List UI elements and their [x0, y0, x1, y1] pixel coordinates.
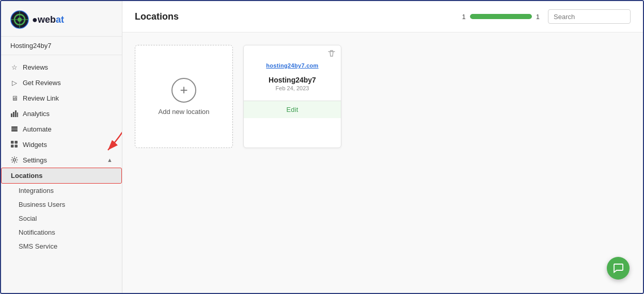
sidebar-item-business-users[interactable]: Business Users	[1, 198, 122, 211]
sidebar-item-automate[interactable]: Automate	[1, 121, 122, 137]
sidebar-account-name: Hosting24by7	[1, 37, 122, 55]
sidebar-item-integrations[interactable]: Integrations	[1, 184, 122, 198]
location-logo-area: hosting24by7.com	[244, 59, 341, 74]
sidebar-item-label: Review Link	[23, 94, 59, 102]
sidebar-logo: ●webat	[1, 1, 122, 37]
search-box	[548, 9, 631, 24]
progress-left-num: 1	[462, 13, 466, 21]
sidebar-sub-item-label: Social	[19, 215, 37, 222]
sidebar-item-social[interactable]: Social	[1, 211, 122, 225]
star-icon: ☆	[10, 63, 19, 71]
edit-location-button[interactable]: Edit	[244, 101, 341, 118]
add-location-label: Add new location	[158, 108, 209, 116]
progress-bar-fill	[470, 14, 532, 19]
add-icon: +	[171, 78, 196, 103]
main-content: Locations 1 1 + Add new location	[122, 1, 643, 293]
svg-rect-12	[11, 141, 14, 144]
sidebar-item-notifications[interactable]: Notifications	[1, 225, 122, 239]
svg-rect-15	[15, 145, 18, 148]
chat-icon	[612, 263, 624, 274]
monitor-icon: 🖥	[10, 94, 19, 102]
sidebar-item-reviews[interactable]: ☆ Reviews	[1, 59, 122, 75]
svg-rect-9	[11, 130, 18, 132]
svg-rect-8	[17, 112, 18, 117]
chevron-up-icon: ▲	[107, 157, 113, 163]
sidebar-nav: ☆ Reviews ▷ Get Reviews 🖥 Review Link An…	[1, 55, 122, 288]
cards-area: + Add new location hosting24by7.com Host…	[122, 32, 643, 160]
sidebar-item-locations[interactable]: Locations	[1, 168, 122, 184]
sidebar-item-widgets[interactable]: Widgets	[1, 137, 122, 152]
svg-point-17	[13, 159, 16, 161]
svg-rect-5	[11, 113, 12, 117]
sidebar-sub-item-label: Integrations	[19, 187, 54, 194]
app-frame: ●webat Hosting24by7 ☆ Reviews ▷ Get Revi…	[0, 0, 644, 294]
webat-logo-icon	[10, 10, 29, 29]
location-logo-text: hosting24by7.com	[266, 62, 318, 69]
sidebar-item-label: Settings	[23, 156, 47, 164]
gear-icon	[10, 156, 19, 164]
svg-rect-6	[13, 112, 14, 117]
layers-icon	[10, 125, 19, 133]
sidebar-item-label: Analytics	[23, 110, 50, 118]
delete-location-button[interactable]	[327, 50, 336, 59]
progress-area: 1 1	[462, 13, 540, 21]
svg-rect-11	[11, 126, 18, 128]
svg-rect-10	[11, 128, 18, 130]
svg-rect-13	[15, 141, 18, 144]
location-card-header	[244, 45, 341, 59]
sidebar-sub-item-label: Notifications	[19, 228, 55, 236]
svg-rect-7	[15, 110, 17, 117]
location-name: Hosting24by7	[250, 76, 335, 84]
main-header: Locations 1 1	[122, 1, 643, 32]
arrow-right-icon: ▷	[10, 78, 19, 87]
sidebar-item-review-link[interactable]: 🖥 Review Link	[1, 90, 122, 106]
progress-right-num: 1	[536, 13, 540, 21]
sidebar-item-sms-service[interactable]: SMS Service	[1, 239, 122, 253]
logo-text: ●webat	[32, 14, 64, 25]
add-location-card[interactable]: + Add new location	[135, 45, 233, 148]
chat-fab-button[interactable]	[607, 257, 630, 280]
progress-bar	[470, 14, 532, 19]
svg-rect-14	[11, 145, 14, 148]
bar-chart-icon	[10, 109, 19, 118]
sidebar-item-label: Get Reviews	[23, 79, 61, 87]
sidebar-item-settings[interactable]: Settings ▲	[1, 152, 122, 168]
sidebar: ●webat Hosting24by7 ☆ Reviews ▷ Get Revi…	[1, 1, 122, 293]
sidebar-item-label: Automate	[23, 125, 52, 133]
sidebar-item-get-reviews[interactable]: ▷ Get Reviews	[1, 75, 122, 90]
sidebar-item-label: Reviews	[23, 63, 48, 71]
sidebar-sub-item-label: Business Users	[19, 201, 65, 208]
grid-icon	[10, 140, 19, 149]
location-card-body: Hosting24by7 Feb 24, 2023	[244, 74, 341, 96]
sidebar-sub-item-label: Locations	[11, 172, 42, 179]
search-input[interactable]	[554, 13, 640, 21]
location-date: Feb 24, 2023	[250, 85, 335, 91]
sidebar-item-label: Widgets	[23, 141, 47, 149]
sidebar-item-analytics[interactable]: Analytics	[1, 106, 122, 121]
sidebar-sub-item-label: SMS Service	[19, 242, 57, 250]
page-title: Locations	[135, 11, 179, 22]
location-card: hosting24by7.com Hosting24by7 Feb 24, 20…	[243, 45, 341, 148]
